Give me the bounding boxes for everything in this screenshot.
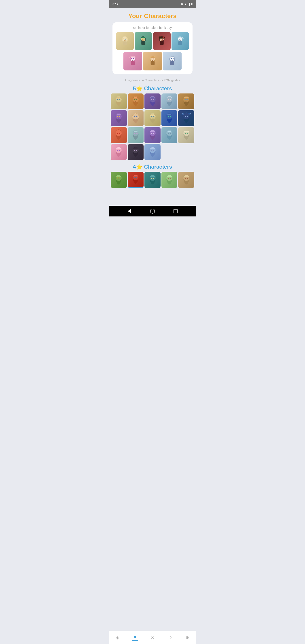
4star-char-2[interactable] [128, 172, 144, 188]
svg-point-58 [134, 116, 135, 117]
reminder-char-lumine[interactable] [116, 32, 134, 50]
settings-icon: ⚙ [186, 635, 189, 640]
signal-icon: ▐ [188, 3, 190, 5]
svg-point-37 [171, 58, 172, 59]
empty-slot-2 [178, 144, 194, 160]
svg-point-44 [136, 99, 137, 100]
reminder-char-kazuha[interactable] [143, 52, 162, 70]
svg-rect-60 [134, 115, 135, 115]
char-pink[interactable] [111, 144, 127, 160]
svg-point-94 [153, 150, 154, 151]
characters-icon: ● [134, 634, 136, 639]
svg-point-72 [117, 133, 118, 134]
moon-icon: ☽ [168, 635, 172, 640]
4star-char-1[interactable] [111, 172, 127, 188]
4star-char-5[interactable] [178, 172, 194, 188]
svg-point-67 [170, 116, 171, 117]
reminder-char-xiao[interactable] [134, 32, 152, 50]
reminder-bottom-row [116, 52, 189, 70]
svg-point-40 [117, 99, 118, 100]
svg-point-87 [117, 150, 118, 151]
status-icons: ⊙ ▲ ▐ ▮ [181, 3, 192, 6]
svg-point-88 [119, 150, 120, 151]
svg-rect-61 [136, 115, 138, 115]
bottom-nav: ◈ ● ⚔ ☽ ⚙ [109, 630, 196, 644]
char-keqing[interactable] [144, 127, 160, 143]
reminder-char-eula[interactable] [172, 32, 189, 50]
char-zhongli[interactable] [178, 94, 194, 110]
svg-point-55 [117, 116, 118, 117]
4star-char-4[interactable] [162, 172, 178, 188]
recent-button[interactable] [173, 208, 178, 214]
back-button[interactable] [127, 208, 132, 214]
svg-point-85 [187, 133, 188, 134]
nav-weapons[interactable]: ⚔ [144, 633, 161, 642]
svg-point-73 [119, 133, 120, 134]
long-press-hint: Long Press on Characters for KQM guides [109, 77, 196, 83]
four-star-title: 4⭐ Characters [109, 161, 196, 172]
svg-point-47 [153, 99, 154, 100]
4star-char-3[interactable] [144, 172, 160, 188]
svg-point-53 [187, 99, 188, 100]
char-dark[interactable] [128, 144, 144, 160]
svg-rect-2 [123, 41, 127, 45]
svg-point-102 [151, 178, 152, 179]
status-bar: 5:17 ⊙ ▲ ▐ ▮ [109, 0, 196, 8]
svg-rect-21 [178, 41, 182, 45]
svg-point-28 [133, 58, 134, 59]
svg-point-99 [134, 177, 135, 178]
nav-sleep[interactable]: ☽ [161, 633, 179, 642]
svg-point-90 [134, 150, 135, 151]
reminder-char-yae[interactable] [124, 52, 142, 70]
svg-point-96 [117, 177, 118, 178]
char-kokomi[interactable] [162, 94, 178, 110]
svg-point-75 [134, 133, 135, 134]
char-baal[interactable] [144, 94, 160, 110]
nav-settings[interactable]: ⚙ [179, 633, 196, 642]
svg-point-70 [187, 116, 188, 117]
char-aether[interactable] [144, 110, 160, 126]
char-qiqi-like[interactable] [128, 127, 144, 143]
char-albedo-like[interactable] [178, 127, 194, 143]
nav-home[interactable]: ◈ [109, 633, 126, 642]
main-content: Your Characters Reminder for talent book… [109, 8, 196, 206]
svg-point-84 [185, 133, 186, 134]
svg-point-16 [162, 36, 164, 38]
nav-characters[interactable]: ● [126, 632, 144, 643]
svg-point-76 [136, 133, 138, 134]
wifi-icon: ▲ [184, 3, 187, 5]
char-blue-hair[interactable] [144, 144, 160, 160]
svg-point-41 [119, 99, 120, 100]
system-nav [109, 206, 196, 216]
reminder-char-hutao[interactable] [153, 32, 170, 50]
char-amber-like[interactable] [128, 94, 144, 110]
svg-point-63 [151, 116, 152, 117]
five-star-row-4 [109, 144, 196, 160]
char-klee-like[interactable] [111, 127, 127, 143]
home-button[interactable] [150, 208, 155, 214]
char-mona-like[interactable] [178, 110, 194, 126]
svg-point-33 [153, 58, 154, 60]
svg-point-93 [151, 150, 152, 151]
svg-point-97 [119, 177, 120, 178]
char-yelan[interactable] [162, 110, 178, 126]
svg-rect-14 [160, 41, 164, 45]
char-ganyu[interactable] [162, 127, 178, 143]
five-star-row-3 [109, 127, 196, 143]
empty-slot-1 [162, 144, 178, 160]
svg-point-69 [185, 116, 186, 117]
char-lumine[interactable] [111, 94, 127, 110]
svg-point-11 [144, 39, 145, 40]
svg-point-91 [136, 150, 137, 151]
reminder-label: Reminder for talent book days [116, 26, 189, 30]
reminder-char-shenhe[interactable] [163, 52, 182, 70]
svg-point-79 [153, 133, 154, 134]
status-time: 5:17 [112, 2, 118, 6]
svg-point-32 [151, 58, 152, 60]
svg-point-27 [131, 58, 132, 59]
battery-icon: ▮ [191, 3, 192, 6]
char-itto[interactable] [128, 110, 144, 126]
svg-point-38 [172, 58, 174, 59]
char-fischl-like[interactable] [111, 110, 127, 126]
svg-point-106 [170, 178, 171, 179]
